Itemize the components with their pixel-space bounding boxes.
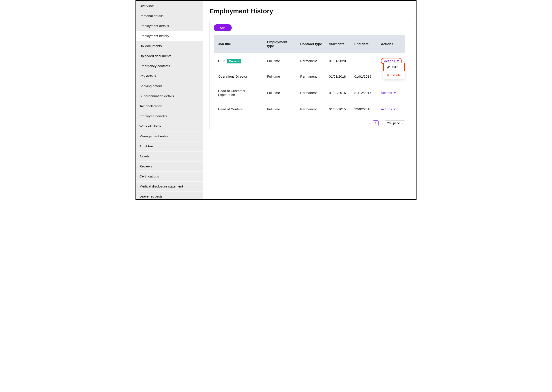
actions-label: Actions (381, 107, 392, 111)
dropdown-delete-label: Delete (391, 73, 401, 77)
job-title-text: Operations Director (218, 75, 247, 78)
actions-trigger[interactable]: Actions (381, 107, 396, 111)
pagination-page-size[interactable]: 20 / page (385, 120, 405, 126)
cell-end-date (352, 53, 378, 69)
actions-dropdown: Edit Delete (383, 63, 405, 79)
sidebar-item-employment-details[interactable]: Employment details (136, 21, 203, 31)
table-header-row: Job title Employment type Contract type … (214, 35, 405, 53)
sidebar-item-employment-history[interactable]: Employment history (136, 31, 203, 41)
pagination-next[interactable]: > (381, 121, 383, 125)
cell-actions: Actions (378, 84, 405, 102)
cell-contract-type: Permanent (298, 84, 326, 102)
caret-down-icon (394, 92, 396, 93)
sidebar-item-overview[interactable]: Overview (136, 1, 203, 11)
pagination-page-1[interactable]: 1 (373, 120, 379, 126)
caret-down-icon (397, 60, 399, 62)
main-content: Employment History Add Job title Employm… (203, 1, 416, 199)
sidebar-item-reviews[interactable]: Reviews (136, 161, 203, 171)
cell-job-title: Head of Customer Experience (214, 84, 265, 102)
table-row: Operations DirectorFull-timePermanent01/… (214, 69, 405, 84)
sidebar-item-leave-requests[interactable]: Leave requests (136, 191, 203, 199)
add-button[interactable]: Add (214, 24, 232, 31)
table-row: Head of ContentFull-timePermanent01/06/2… (214, 102, 405, 116)
cell-end-date: 01/01/2019 (352, 69, 378, 84)
sidebar-item-management-notes[interactable]: Management notes (136, 131, 203, 141)
col-actions: Actions (378, 35, 405, 53)
cell-end-date: 31/12/2017 (352, 84, 378, 102)
actions-trigger[interactable]: Actions (381, 91, 396, 95)
cell-employment-type: Full-time (265, 53, 298, 69)
sidebar: OverviewPersonal detailsEmployment detai… (136, 1, 203, 199)
cell-start-date: 01/01/2020 (326, 53, 352, 69)
sidebar-item-medical-disclosure-statement[interactable]: Medical disclosure statement (136, 181, 203, 191)
cell-employment-type: Full-time (265, 69, 298, 84)
sidebar-item-emergency-contacts[interactable]: Emergency contacts (136, 61, 203, 71)
dropdown-edit[interactable]: Edit (383, 63, 405, 71)
page-title: Employment History (209, 7, 409, 15)
sidebar-item-pay-details[interactable]: Pay details (136, 71, 203, 81)
trash-icon (387, 73, 390, 77)
history-card: Add Job title Employment type Contract t… (209, 20, 409, 130)
sidebar-item-certifications[interactable]: Certifications (136, 171, 203, 181)
dropdown-delete[interactable]: Delete (383, 71, 405, 79)
caret-down-icon (394, 109, 396, 110)
cell-job-title: Head of Content (214, 102, 265, 116)
sidebar-item-uploaded-documents[interactable]: Uploaded documents (136, 51, 203, 61)
sidebar-item-personal-details[interactable]: Personal details (136, 11, 203, 21)
pagination: < 1 > 20 / page (214, 120, 405, 126)
cell-start-date: 01/06/2015 (326, 102, 352, 116)
cell-contract-type: Permanent (298, 69, 326, 84)
job-title-text: Head of Content (218, 107, 243, 111)
cell-start-date: 01/01/2018 (326, 69, 352, 84)
cell-actions: Actions (378, 102, 405, 116)
pagination-prev[interactable]: < (369, 121, 371, 125)
sidebar-item-superannuation-details[interactable]: Superannuation details (136, 91, 203, 101)
table-row: Head of Customer ExperienceFull-timePerm… (214, 84, 405, 102)
dropdown-edit-label: Edit (392, 65, 398, 69)
sidebar-item-banking-details[interactable]: Banking details (136, 81, 203, 91)
sidebar-item-audit-trail[interactable]: Audit trail (136, 141, 203, 151)
employment-table: Job title Employment type Contract type … (214, 35, 405, 116)
sidebar-item-employee-benefits[interactable]: Employee benefits (136, 111, 203, 121)
table-row: CEOCurrentFull-timePermanent01/01/2020Ac… (214, 53, 405, 69)
cell-contract-type: Permanent (298, 53, 326, 69)
sidebar-item-hr-documents[interactable]: HR documents (136, 41, 203, 51)
col-employment-type: Employment type (265, 35, 298, 53)
current-badge: Current (227, 59, 241, 63)
cell-employment-type: Full-time (265, 102, 298, 116)
cell-contract-type: Permanent (298, 102, 326, 116)
sidebar-item-work-eligibility[interactable]: Work eligibility (136, 121, 203, 131)
col-job-title: Job title (214, 35, 265, 53)
cell-job-title: CEOCurrent (214, 53, 265, 69)
cell-end-date: 29/02/2016 (352, 102, 378, 116)
cell-job-title: Operations Director (214, 69, 265, 84)
col-end-date: End date (352, 35, 378, 53)
actions-label: Actions (381, 91, 392, 95)
job-title-text: CEO (218, 59, 225, 63)
col-contract-type: Contract type (298, 35, 326, 53)
sidebar-item-assets[interactable]: Assets (136, 151, 203, 161)
job-title-text: Head of Customer Experience (218, 89, 245, 97)
col-start-date: Start date (326, 35, 352, 53)
cell-start-date: 01/03/2016 (326, 84, 352, 102)
cell-employment-type: Full-time (265, 84, 298, 102)
pencil-icon (387, 65, 390, 69)
sidebar-item-tax-declaration[interactable]: Tax declaration (136, 101, 203, 111)
